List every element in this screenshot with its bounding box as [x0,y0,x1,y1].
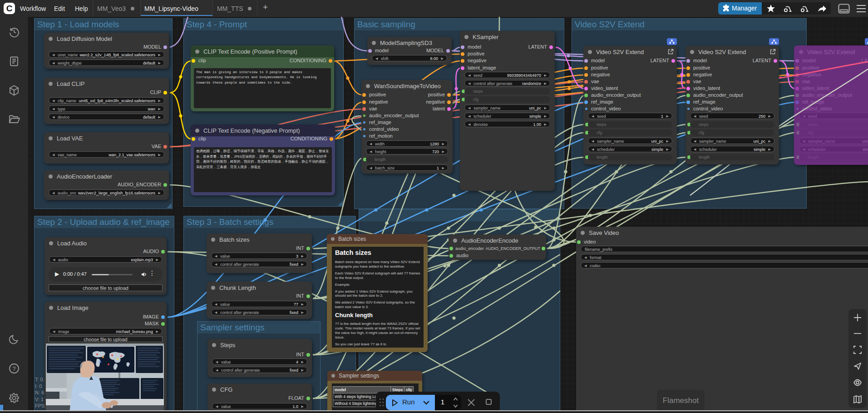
svg-text:?: ? [12,365,15,372]
svg-text:C: C [6,4,13,13]
